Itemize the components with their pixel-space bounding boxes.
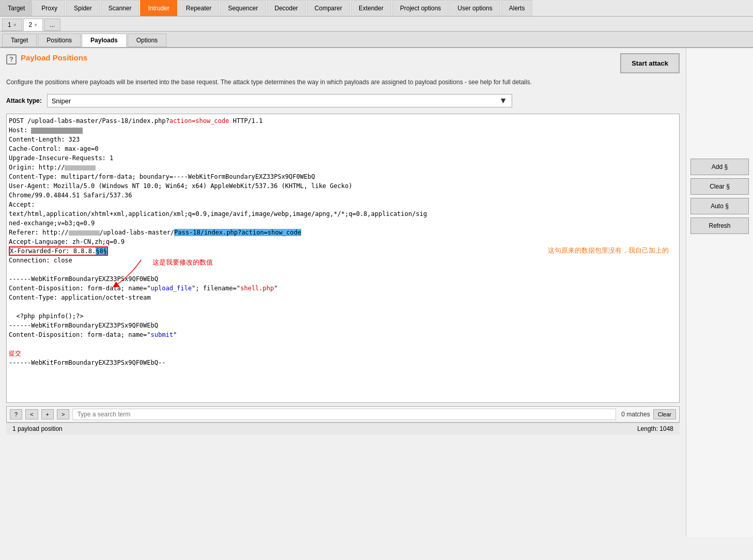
tab-2-close[interactable]: × — [34, 22, 37, 28]
menu-item-proxy[interactable]: Proxy — [34, 0, 65, 16]
search-bar: ? < + > 0 matches Clear — [6, 406, 680, 423]
search-input[interactable] — [72, 409, 616, 420]
search-add-button[interactable]: + — [41, 409, 54, 419]
attack-type-row: Attack type: Sniper ▼ — [6, 94, 680, 107]
status-bar: 1 payload position Length: 1048 — [6, 423, 680, 434]
tab-bar: 1 × 2 × ... — [0, 17, 753, 32]
menu-item-decoder[interactable]: Decoder — [267, 0, 305, 16]
sub-tab-bar: Target Positions Payloads Options — [0, 32, 753, 48]
section-title: Payload Positions — [21, 53, 87, 62]
request-editor[interactable]: POST /upload-labs-master/Pass-18/index.p… — [6, 114, 680, 403]
menu-item-comparer[interactable]: Comparer — [307, 0, 350, 16]
redacted-origin — [65, 165, 96, 170]
menu-item-scanner[interactable]: Scanner — [101, 0, 140, 16]
menu-item-intruder[interactable]: Intruder — [140, 0, 177, 16]
attack-type-label: Attack type: — [6, 97, 42, 104]
sub-tab-target[interactable]: Target — [2, 34, 37, 47]
menu-item-user-options[interactable]: User options — [450, 0, 500, 16]
help-icon[interactable]: ? — [6, 54, 17, 65]
length-status: Length: 1048 — [637, 425, 673, 432]
menu-item-spider[interactable]: Spider — [66, 0, 100, 16]
start-attack-button[interactable]: Start attack — [620, 53, 680, 73]
top-menu-bar: Target Proxy Spider Scanner Intruder Rep… — [0, 0, 753, 17]
tab-1[interactable]: 1 × — [2, 19, 22, 31]
request-content: POST /upload-labs-master/Pass-18/index.p… — [9, 116, 677, 367]
search-help-button[interactable]: ? — [10, 409, 22, 419]
attack-type-select[interactable]: Sniper ▼ — [47, 94, 512, 107]
sub-tab-payloads[interactable]: Payloads — [82, 34, 127, 47]
attack-type-value: Sniper — [52, 97, 71, 105]
tab-1-close[interactable]: × — [13, 22, 17, 28]
redacted-referer — [69, 230, 100, 236]
clear-section-button[interactable]: Clear § — [690, 178, 749, 195]
redacted-host — [31, 128, 83, 134]
sub-tab-positions[interactable]: Positions — [38, 34, 81, 47]
match-count: 0 matches — [621, 411, 650, 418]
tab-2[interactable]: 2 × — [23, 19, 43, 31]
add-section-button[interactable]: Add § — [690, 159, 749, 175]
menu-item-alerts[interactable]: Alerts — [501, 0, 533, 16]
search-next-button[interactable]: > — [57, 409, 69, 419]
menu-item-repeater[interactable]: Repeater — [178, 0, 219, 16]
right-sidebar: Add § Clear § Auto § Refresh — [686, 48, 753, 537]
search-clear-button[interactable]: Clear — [653, 409, 676, 419]
search-prev-button[interactable]: < — [25, 409, 38, 419]
menu-item-target[interactable]: Target — [0, 0, 33, 16]
refresh-button[interactable]: Refresh — [690, 217, 749, 234]
menu-item-project-options[interactable]: Project options — [392, 0, 449, 16]
panel-row: ? Payload Positions Start attack Configu… — [0, 48, 753, 537]
request-editor-wrapper: POST /upload-labs-master/Pass-18/index.p… — [6, 114, 680, 403]
attack-type-dropdown-arrow: ▼ — [499, 96, 508, 105]
payload-description: Configure the positions where payloads w… — [6, 77, 680, 87]
payload-count: 1 payload position — [12, 425, 63, 432]
sub-tab-options[interactable]: Options — [128, 34, 166, 47]
left-content: ? Payload Positions Start attack Configu… — [0, 48, 686, 537]
menu-item-extender[interactable]: Extender — [351, 0, 391, 16]
auto-section-button[interactable]: Auto § — [690, 198, 749, 214]
menu-item-sequencer[interactable]: Sequencer — [220, 0, 266, 16]
tab-more[interactable]: ... — [44, 19, 60, 31]
